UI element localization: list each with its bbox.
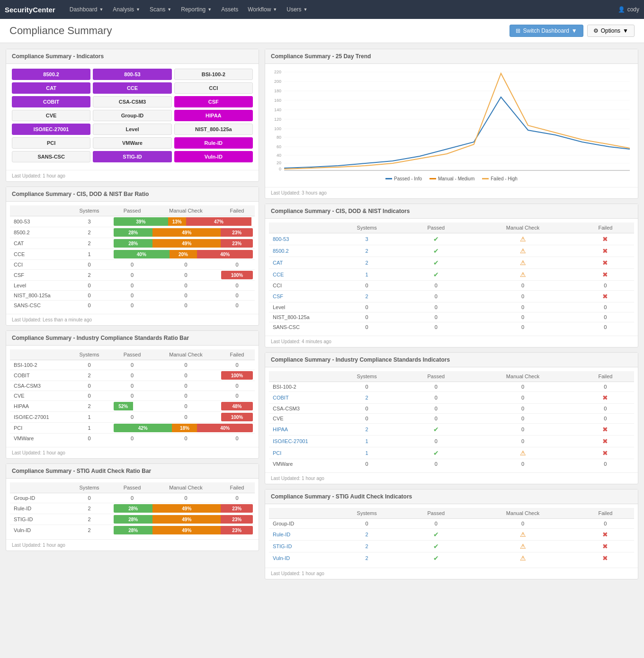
check-icon: ✔	[433, 259, 439, 267]
indicator-btn-pci[interactable]: PCI	[12, 137, 90, 149]
svg-text:220: 220	[274, 70, 281, 74]
error-icon: ✖	[602, 235, 608, 243]
svg-text:140: 140	[274, 107, 281, 112]
nav-assets[interactable]: Assets	[216, 0, 243, 19]
svg-text:Thu 15: Thu 15	[549, 172, 562, 173]
check-icon: ✔	[433, 449, 439, 457]
error-icon: ✖	[602, 437, 608, 445]
options-button[interactable]: ⚙ Options ▼	[587, 25, 635, 37]
industry-bar-header: Compliance Summary - Industry Compliance…	[6, 331, 259, 346]
svg-text:160: 160	[274, 98, 281, 103]
error-icon: ✖	[602, 542, 608, 550]
indicators-panel-body: 8500.2800-53BSI-100-2CATCCECCICOBITCSA-C…	[6, 64, 259, 170]
indicator-btn-8500-2[interactable]: 8500.2	[12, 69, 90, 80]
stig-ind-header: Compliance Summary - STIG Audit Check In…	[265, 489, 638, 504]
check-icon: ✔	[433, 247, 439, 255]
table-row: Level0000	[269, 302, 634, 312]
svg-text:80: 80	[277, 135, 281, 140]
trend-header: Compliance Summary - 25 Day Trend	[265, 49, 638, 64]
table-row: CCI0000	[269, 281, 634, 291]
indicators-panel-header: Compliance Summary - Indicators	[6, 49, 259, 64]
check-icon: ✔	[433, 542, 439, 550]
svg-text:60: 60	[277, 144, 281, 149]
indicator-btn-vmware[interactable]: VMWare	[93, 137, 171, 149]
svg-text:180: 180	[274, 89, 281, 93]
stig-bar-table: Systems Passed Manual Check Failed Group…	[10, 482, 255, 535]
brand[interactable]: SecurityCenter	[5, 6, 55, 14]
error-icon: ✖	[602, 293, 608, 300]
stig-ind-table: SystemsPassedManual CheckFailed Group-ID…	[269, 508, 634, 564]
indicator-btn-nist-800-125a[interactable]: NIST_800-125a	[174, 124, 253, 135]
table-row: 800-533✔⚠✖	[269, 233, 634, 245]
table-row: Group-ID0000	[269, 519, 634, 529]
svg-text:Fri 25: Fri 25	[279, 172, 289, 173]
table-row: CSF200✖	[269, 291, 634, 302]
table-row: CSA-CSM30000	[10, 381, 255, 391]
table-row: ISO/IEC-27001100✖	[269, 436, 634, 447]
nav-scans[interactable]: Scans ▼	[145, 0, 176, 19]
indicator-btn-iso-iec-27001[interactable]: ISO/IEC-27001	[12, 124, 90, 135]
table-row: NIST_800-125a0000	[10, 291, 255, 301]
table-row: NIST_800-125a0000	[269, 312, 634, 322]
svg-text:October: October	[359, 172, 373, 173]
indicator-btn-level[interactable]: Level	[93, 124, 171, 135]
indicator-btn-cve[interactable]: CVE	[12, 110, 90, 121]
indicator-btn-cat[interactable]: CAT	[12, 82, 90, 94]
svg-text:20: 20	[277, 160, 281, 165]
warn-icon: ⚠	[520, 259, 526, 267]
cis-bar-footer: Last Updated: Less than a minute ago	[6, 314, 259, 325]
left-column: Compliance Summary - Indicators 8500.280…	[6, 49, 259, 579]
indicator-btn-group-id[interactable]: Group-ID	[93, 110, 171, 121]
svg-text:Tue 29: Tue 29	[332, 172, 344, 173]
grid-icon: ⊞	[516, 27, 520, 34]
svg-text:Sat 03: Sat 03	[387, 172, 398, 173]
nav-workflow[interactable]: Workflow ▼	[243, 0, 282, 19]
error-icon: ✖	[602, 394, 608, 401]
table-row: Level0000	[10, 281, 255, 291]
trend-chart: 220 200 180 160 140 120 100 80 60 40 20 …	[271, 69, 632, 173]
cis-ind-footer: Last Updated: 4 minutes ago	[265, 336, 638, 347]
svg-text:Fri 09: Fri 09	[469, 172, 479, 173]
svg-text:Mon 05: Mon 05	[413, 172, 426, 173]
cis-bar-table: Systems Passed Manual Check Failed 800-5…	[10, 205, 255, 310]
indicator-btn-cce[interactable]: CCE	[93, 82, 171, 94]
indicator-btn-800-53[interactable]: 800-53	[93, 69, 171, 80]
indicator-btn-bsi-100-2[interactable]: BSI-100-2	[174, 69, 253, 80]
table-row: HIPAA2✔0✖	[269, 424, 634, 436]
table-row: 8500.2228%49%23%	[10, 227, 255, 238]
table-row: PCI1✔⚠✖	[269, 447, 634, 459]
cis-ind-table: SystemsPassedManual CheckFailed 800-533✔…	[269, 222, 634, 332]
indicator-btn-cobit[interactable]: COBIT	[12, 96, 90, 107]
legend-manual: Manual - Medium	[429, 176, 474, 181]
check-icon: ✔	[433, 235, 439, 243]
page-title: Compliance Summary	[9, 25, 112, 37]
nav-dashboard[interactable]: Dashboard ▼	[65, 0, 108, 19]
table-row: SANS-CSC0000	[269, 322, 634, 332]
svg-text:120: 120	[274, 117, 281, 122]
nav-analysis[interactable]: Analysis ▼	[108, 0, 145, 19]
table-row: BSI-100-20000	[269, 382, 634, 392]
table-row: Vuln-ID2✔⚠✖	[269, 552, 634, 564]
table-row: CAT228%49%23%	[10, 238, 255, 249]
indicator-btn-csf[interactable]: CSF	[174, 96, 253, 107]
table-row: CAT2✔⚠✖	[269, 257, 634, 269]
table-row: CVE0000	[10, 391, 255, 401]
table-row: CCE1✔⚠✖	[269, 269, 634, 281]
indicator-btn-vuln-id[interactable]: Vuln-ID	[174, 151, 253, 162]
table-row: Group-ID0000	[10, 493, 255, 503]
error-icon: ✖	[602, 259, 608, 267]
industry-ind-panel: Compliance Summary - Industry Compliance…	[265, 352, 638, 484]
nav-user[interactable]: 👤 cody	[618, 6, 639, 13]
indicator-btn-stig-id[interactable]: STIG-ID	[93, 151, 171, 162]
indicator-btn-csa-csm3[interactable]: CSA-CSM3	[93, 96, 171, 107]
svg-text:100: 100	[274, 126, 281, 131]
indicator-btn-hipaa[interactable]: HIPAA	[174, 110, 253, 121]
indicator-btn-cci[interactable]: CCI	[174, 82, 253, 94]
indicator-btn-sans-csc[interactable]: SANS-CSC	[12, 151, 90, 162]
switch-dashboard-button[interactable]: ⊞ Switch Dashboard ▼	[510, 25, 583, 37]
indicator-btn-rule-id[interactable]: Rule-ID	[174, 137, 253, 149]
warn-icon: ⚠	[520, 531, 526, 538]
nav-reporting[interactable]: Reporting ▼	[176, 0, 216, 19]
nav-users[interactable]: Users ▼	[282, 0, 312, 19]
cis-bar-header: Compliance Summary - CIS, DOD & NIST Bar…	[6, 187, 259, 202]
